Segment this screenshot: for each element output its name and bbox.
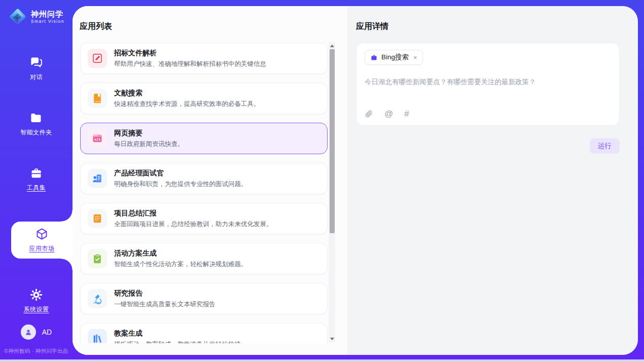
app-description: 模板驱动，教案秒成，教学准备从此轻松快捷 bbox=[114, 340, 241, 344]
brand-tagline: Smart Vision bbox=[31, 19, 64, 24]
mention-icon[interactable]: @ bbox=[384, 110, 393, 118]
gear-icon bbox=[29, 288, 43, 302]
prompt-card: Bing搜索 × 今日湖北有哪些新闻要点？有哪些需要关注的最新政策？ @ # bbox=[356, 43, 620, 126]
sidebar-item-system-settings[interactable]: 系统设置 bbox=[24, 288, 49, 314]
app-list-item-bid-document-parse[interactable]: 招标文件解析 帮助用户快速、准确地理解和解析招标书中的关键信息 bbox=[80, 43, 328, 74]
pen-square-icon bbox=[92, 53, 103, 64]
scroll-up-button[interactable] bbox=[329, 42, 335, 49]
app-list-item-web-summary[interactable]: 网页摘要 每日政府新闻资讯快查。 bbox=[80, 123, 328, 154]
app-list-item-research-report[interactable]: 研究报告 一键智能生成高质量长文本研究报告 bbox=[80, 283, 328, 314]
avatar bbox=[21, 324, 36, 340]
app-description: 智能生成个性化活动方案，轻松解决规划难题。 bbox=[114, 260, 247, 269]
app-name: 文献搜索 bbox=[114, 89, 260, 98]
tool-tag-bing-search[interactable]: Bing搜索 × bbox=[365, 50, 423, 65]
triangle-down-icon bbox=[330, 338, 334, 340]
sidebar-nav: 对话 智能文件夹 工具集 应用市场 系统设置 bbox=[0, 56, 73, 314]
app-list-item-event-plan[interactable]: 活动方案生成 智能生成个性化活动方案，轻松解决规划难题。 bbox=[80, 243, 328, 274]
sidebar: 神州问学 Smart Vision 对话 智能文件夹 工具集 应用市场 系统设置… bbox=[0, 0, 73, 359]
app-list-panel: 应用列表 招标文件解析 帮助用户快速、准确地理解和解析招标书中的关键信息 文献搜… bbox=[73, 6, 347, 355]
user-account[interactable]: AD bbox=[0, 324, 73, 340]
sidebar-item-smart-folder[interactable]: 智能文件夹 bbox=[20, 111, 52, 137]
app-name: 教案生成 bbox=[114, 329, 241, 338]
run-button[interactable]: 运行 bbox=[590, 138, 620, 154]
app-description: 明确身份和职责，为您提供专业性的面试问题。 bbox=[114, 180, 247, 189]
app-name: 招标文件解析 bbox=[114, 49, 266, 58]
app-list-item-project-summary[interactable]: 项目总结汇报 全面回顾项目进展，总结经验教训，助力未来优化发展。 bbox=[80, 203, 328, 234]
user-label: AD bbox=[42, 328, 52, 336]
copyright-footer: ©神州数码 · 神州问学出品 bbox=[0, 348, 73, 355]
toolbox-icon bbox=[29, 166, 43, 180]
app-list: 招标文件解析 帮助用户快速、准确地理解和解析招标书中的关键信息 文献搜索 快速精… bbox=[80, 43, 328, 343]
hash-icon[interactable]: # bbox=[404, 110, 409, 118]
brand-logo: 神州问学 Smart Vision bbox=[0, 7, 73, 26]
prompt-input[interactable]: 今日湖北有哪些新闻要点？有哪些需要关注的最新政策？ bbox=[365, 77, 611, 110]
app-list-item-pm-interviewer[interactable]: 产品经理面试官 明确身份和职责，为您提供专业性的面试问题。 bbox=[80, 163, 328, 194]
app-description: 一键智能生成高质量长文本研究报告 bbox=[114, 300, 216, 309]
triangle-up-icon bbox=[330, 45, 334, 47]
sidebar-item-app-market[interactable]: 应用市场 bbox=[11, 222, 73, 259]
scroll-down-button[interactable] bbox=[329, 335, 335, 342]
person-doc-icon bbox=[92, 173, 103, 184]
composer-toolbar: @ # bbox=[365, 110, 611, 118]
sidebar-item-chat[interactable]: 对话 bbox=[29, 56, 43, 82]
cube-icon bbox=[35, 227, 49, 241]
app-list-item-literature-search[interactable]: 文献搜索 快速精准查找学术资源，提高研究效率的必备工具。 bbox=[80, 83, 328, 114]
briefcase-icon bbox=[370, 54, 378, 61]
app-detail-title: 应用详情 bbox=[356, 21, 620, 32]
run-row: 运行 bbox=[356, 138, 620, 154]
app-description: 每日政府新闻资讯快查。 bbox=[114, 140, 184, 149]
chat-icon bbox=[29, 56, 43, 69]
microscope-icon bbox=[92, 293, 103, 304]
book-icon bbox=[92, 93, 103, 104]
app-name: 网页摘要 bbox=[114, 129, 184, 138]
paperclip-icon[interactable] bbox=[365, 110, 373, 118]
books-icon bbox=[92, 333, 103, 343]
app-detail-panel: 应用详情 Bing搜索 × 今日湖北有哪些新闻要点？有哪些需要关注的最新政策？ … bbox=[347, 6, 638, 355]
browser-icon bbox=[92, 133, 103, 144]
note-icon bbox=[92, 213, 103, 224]
brand-diamond-icon bbox=[8, 7, 27, 26]
person-icon bbox=[24, 328, 33, 337]
folder-icon bbox=[29, 111, 43, 125]
clipboard-check-icon bbox=[92, 253, 103, 264]
window-bottom-edge bbox=[0, 359, 644, 362]
app-description: 全面回顾项目进展，总结经验教训，助力未来优化发展。 bbox=[114, 220, 273, 229]
brand-name: 神州问学 bbox=[31, 10, 64, 18]
app-name: 研究报告 bbox=[114, 289, 216, 298]
tool-tag-label: Bing搜索 bbox=[381, 53, 409, 62]
app-list-title: 应用列表 bbox=[80, 21, 335, 32]
app-list-item-lesson-plan[interactable]: 教案生成 模板驱动，教案秒成，教学准备从此轻松快捷 bbox=[80, 323, 328, 343]
sidebar-item-toolset[interactable]: 工具集 bbox=[27, 166, 46, 192]
app-name: 活动方案生成 bbox=[114, 249, 247, 258]
app-name: 项目总结汇报 bbox=[114, 209, 273, 218]
scrollbar-thumb[interactable] bbox=[330, 49, 335, 233]
app-name: 产品经理面试官 bbox=[114, 169, 247, 178]
app-description: 帮助用户快速、准确地理解和解析招标书中的关键信息 bbox=[114, 60, 266, 68]
app-description: 快速精准查找学术资源，提高研究效率的必备工具。 bbox=[114, 100, 260, 108]
tool-tag-close-icon[interactable]: × bbox=[413, 54, 417, 61]
app-list-scrollbar[interactable] bbox=[329, 42, 335, 342]
main-surface: 应用列表 招标文件解析 帮助用户快速、准确地理解和解析招标书中的关键信息 文献搜… bbox=[73, 6, 638, 355]
